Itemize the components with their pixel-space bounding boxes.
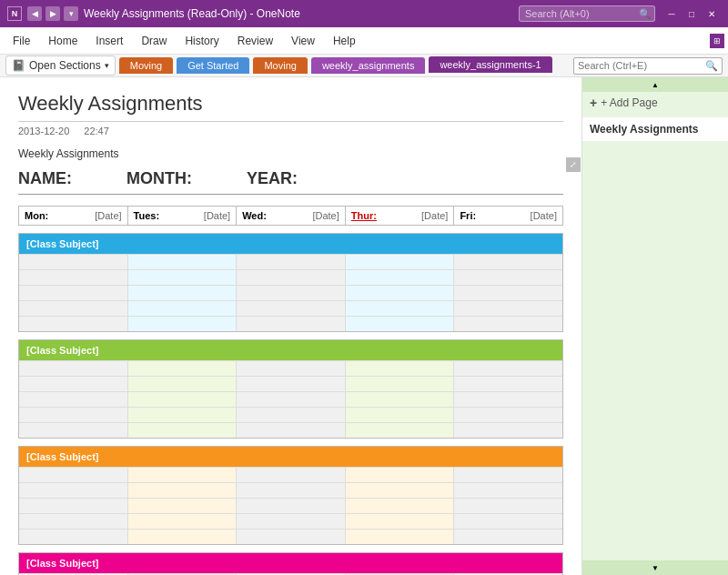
menu-help[interactable]: Help [324,31,365,51]
class-header-2: [Class Subject] [19,340,562,360]
class-header-1: [Class Subject] [19,234,562,254]
title-search-input[interactable] [519,5,655,22]
minimize-btn[interactable]: ─ [662,6,681,21]
notebook-small-icon: 📓 [12,59,25,72]
page-title: Weekly Assignments [18,92,563,122]
menu-view[interactable]: View [282,31,324,51]
open-sections-btn[interactable]: 📓 Open Sections ▾ [5,55,116,76]
class-header-3: [Class Subject] [19,447,562,467]
sidebar-scroll-down[interactable]: ▼ [582,560,728,575]
day-thur: Thur: [Date] [346,207,455,225]
day-tues-name: Tues: [134,210,160,221]
name-month-year-row: NAME: MONTH: YEAR: [18,169,563,195]
dropdown-btn[interactable]: ▾ [64,6,78,21]
day-fri: Fri: [Date] [454,207,562,225]
day-header-row: Mon: [Date] Tues: [Date] Wed: [Date] Thu… [18,206,563,226]
day-wed-name: Wed: [242,210,267,221]
class-row-3-1 [19,467,562,482]
time-value: 22:47 [84,126,109,136]
window-title: Weekly Assignments (Read-Only) - OneNote [84,7,300,20]
class-row-1-4 [19,300,562,316]
day-mon: Mon: [Date] [19,207,128,225]
menu-review[interactable]: Review [228,31,282,51]
class-row-3-2 [19,482,562,498]
name-label: NAME: [18,169,72,188]
class-row-3-4 [19,513,562,529]
menu-bar: File Home Insert Draw History Review Vie… [0,27,728,55]
class-table-4: [Class Subject] [18,552,563,575]
day-wed-date: [Date] [312,210,339,221]
ribbon-search-icon: 🔍 [705,60,718,72]
class-row-1-5 [19,316,562,331]
class-table-3: [Class Subject] [18,446,563,545]
year-label: YEAR: [247,169,298,188]
menu-file[interactable]: File [4,31,39,51]
class-row-1-1 [19,254,562,269]
class-row-3-5 [19,529,562,544]
date-value: 2013-12-20 [18,126,69,136]
page-date: 2013-12-20 22:47 [18,126,563,136]
title-bar: N ◀ ▶ ▾ Weekly Assignments (Read-Only) -… [0,0,728,27]
forward-btn[interactable]: ▶ [46,6,60,21]
back-btn[interactable]: ◀ [27,6,42,21]
close-btn[interactable]: ✕ [703,6,721,21]
content-area: Weekly Assignments 2013-12-20 22:47 Week… [0,77,582,575]
section-tab-weekly[interactable]: weekly_assignments [311,57,426,74]
class-row-2-4 [19,407,562,422]
sidebar-page-weekly[interactable]: Weekly Assignments [582,117,728,141]
ribbon-search-input[interactable] [578,60,705,71]
class-table-1: [Class Subject] [18,233,563,332]
day-mon-name: Mon: [25,210,48,221]
menu-history[interactable]: History [176,31,228,51]
class-row-2-1 [19,360,562,376]
class-row-3-3 [19,498,562,513]
restore-btn[interactable]: □ [682,6,701,21]
menu-draw[interactable]: Draw [132,31,176,51]
section-label: Weekly Assignments [18,147,563,160]
section-tab-weekly-1[interactable]: weekly_assignments-1 [429,56,551,75]
month-label: MONTH: [126,169,192,188]
day-tues: Tues: [Date] [128,207,238,225]
day-thur-date: [Date] [421,210,448,221]
section-tab-moving-1[interactable]: Moving [119,57,173,74]
day-fri-name: Fri: [460,210,476,221]
title-search-icon: 🔍 [639,8,652,20]
add-page-label: + Add Page [601,96,657,109]
class-row-2-2 [19,376,562,391]
day-tues-date: [Date] [204,210,230,221]
right-sidebar: ▲ + + Add Page Weekly Assignments ▼ [582,77,728,575]
class-header-4: [Class Subject] [19,553,562,573]
day-thur-name: Thur: [351,210,377,221]
dropdown-arrow-icon: ▾ [105,61,109,70]
day-fri-date: [Date] [531,210,557,221]
app-icon: N [7,6,22,21]
add-page-btn[interactable]: + + Add Page [582,92,728,114]
open-sections-label: Open Sections [29,59,101,72]
add-icon: + [590,96,597,110]
notebook-icon: ⊞ [710,34,724,48]
title-bar-icons: ◀ ▶ ▾ [27,6,78,21]
expand-btn[interactable]: ⤢ [566,157,581,172]
class-row-1-3 [19,285,562,300]
day-mon-date: [Date] [95,210,121,221]
menu-insert[interactable]: Insert [86,31,132,51]
class-row-2-3 [19,391,562,407]
sidebar-scroll-up[interactable]: ▲ [582,77,728,92]
class-table-2: [Class Subject] [18,339,563,439]
sidebar-pages: Weekly Assignments [582,114,728,560]
section-tab-getstarted[interactable]: Get Started [177,57,249,74]
class-row-1-2 [19,269,562,285]
class-row-2-5 [19,422,562,438]
day-wed: Wed: [Date] [237,207,346,225]
menu-home[interactable]: Home [39,31,86,51]
section-tab-moving-2[interactable]: Moving [253,57,307,74]
ribbon: 📓 Open Sections ▾ Moving Get Started Mov… [0,55,728,77]
